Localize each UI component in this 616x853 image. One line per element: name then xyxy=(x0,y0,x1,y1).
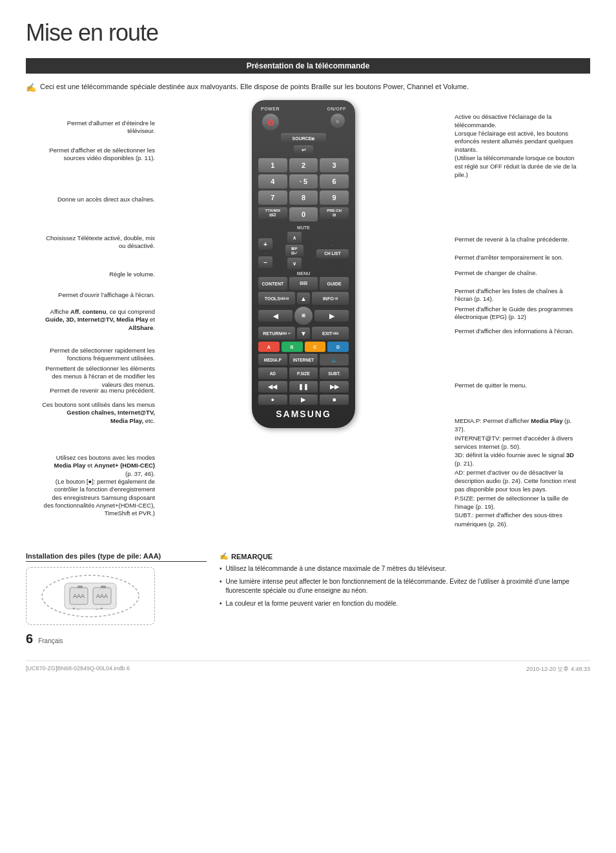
label-color: Ces boutons sont utilisés dans les menus… xyxy=(39,401,155,425)
power-label: POWER xyxy=(261,107,280,111)
label-tools: Permet de sélectionner rapidement les fo… xyxy=(39,347,155,363)
svg-rect-3 xyxy=(77,586,83,588)
color-d-button[interactable]: D xyxy=(327,342,349,352)
fastforward-button[interactable]: ▶▶ xyxy=(320,381,349,393)
vol-down-button[interactable]: – xyxy=(258,256,272,268)
label-backlight: Active ou désactive l'éclairage de la té… xyxy=(455,113,577,180)
num-9-button[interactable]: 9 xyxy=(320,190,349,205)
power-button[interactable] xyxy=(262,114,279,130)
vol-ch-row: · + ·· – ∧ ⊞P⊟✓ ∨ ·· CH LIST xyxy=(258,232,349,269)
label-ttx: Choisissez Télétexte activé, double, mix… xyxy=(39,234,155,251)
label-prev-ch: Permet de revenir à la chaîne précédente… xyxy=(455,236,577,243)
label-info: Permet d'afficher des informations à l'é… xyxy=(455,327,577,335)
left-labels: Permet d'allumer et d'éteindre le télévi… xyxy=(26,100,155,513)
num-7-button[interactable]: 7 xyxy=(258,190,287,205)
braille-note: ✍ Ceci est une télécommande spéciale des… xyxy=(26,83,590,92)
ch-up-button[interactable]: ∧ xyxy=(287,232,302,243)
internet-button[interactable]: INTERNET xyxy=(289,354,318,365)
mute-label: MUTE xyxy=(297,225,310,230)
page-title: Mise en route xyxy=(26,19,590,46)
nav-row: ◀ ⊞ ▶ xyxy=(258,307,349,325)
nav-center-button[interactable]: ⊞ xyxy=(294,307,313,325)
num-0-button[interactable]: 0 xyxy=(289,207,318,221)
record-button[interactable]: ● xyxy=(258,395,287,405)
label-ch-list: Permet d'afficher les listes de chaînes … xyxy=(455,287,577,303)
remote-container: POWER ON/OFF ☼ SOURCE ⊞ ↩ xyxy=(155,100,452,539)
num-8-button[interactable]: 8 xyxy=(289,190,318,205)
mute-row: MUTE xyxy=(258,223,349,231)
source-row: SOURCE ⊞ xyxy=(258,133,349,143)
note-icon: ✍ xyxy=(220,552,229,560)
onoff-label: ON/OFF xyxy=(327,107,346,111)
num-6-button[interactable]: 6 xyxy=(320,174,349,189)
footer-left: [UC870-ZG]BN68-02849Q-00L04.indb 6 xyxy=(26,665,130,673)
transport-row: ◀◀ ❚❚ ▶▶ xyxy=(258,381,349,393)
ad-button[interactable]: AD xyxy=(258,367,287,379)
content-button[interactable]: CONTENT xyxy=(258,277,287,290)
ch-down-button[interactable]: ∨ xyxy=(287,258,302,269)
color-row: A B C D xyxy=(258,342,349,352)
notes-section: ✍ REMARQUE • Utilisez la télécommande à … xyxy=(220,552,590,648)
psize-button[interactable]: P.SIZE xyxy=(289,367,318,379)
svg-text:AAA: AAA xyxy=(96,593,108,599)
onoff-icon: ☼ xyxy=(335,118,340,124)
tv-icon-button[interactable]: 📺 xyxy=(320,354,349,365)
media-row: MEDIA.P INTERNET 📺 xyxy=(258,354,349,365)
return-button[interactable]: RETURN⊟⊟ ↩ xyxy=(258,327,295,340)
num-3-button[interactable]: 3 xyxy=(320,158,349,172)
num-1-button[interactable]: 1 xyxy=(258,158,287,172)
rewind-button[interactable]: ◀◀ xyxy=(258,381,287,393)
vol-col: · + ·· – xyxy=(258,233,272,268)
num-4-button[interactable]: 4 xyxy=(258,174,287,189)
pre-ch-button[interactable]: PRE-CH⊟ xyxy=(320,207,349,219)
label-source: Permet d'afficher et de sélectionner les… xyxy=(39,147,155,163)
label-media-desc: MEDIA.P: Permet d'afficher Media Play (p… xyxy=(455,416,577,528)
label-nav: Permettent de sélectionner les éléments … xyxy=(39,365,155,389)
color-c-button[interactable]: C xyxy=(305,342,326,352)
nav-right-button[interactable]: ▶ xyxy=(314,310,349,322)
right-labels: Active ou désactive l'éclairage de la té… xyxy=(455,100,590,539)
label-mediap-left: Utilisez ces boutons avec les modes Medi… xyxy=(32,454,155,518)
nav-down-button[interactable]: ▼ xyxy=(297,327,310,339)
label-content: Affiche Aff. contenu, ce qui comprendGui… xyxy=(39,308,155,332)
section-header: Présentation de la télécommande xyxy=(26,58,590,74)
source-button[interactable]: SOURCE ⊞ xyxy=(281,133,326,143)
onoff-button[interactable]: ☼ xyxy=(331,114,345,128)
exit-button[interactable]: EXIT-⊟⊟ xyxy=(312,327,349,340)
vol-up-button[interactable]: + xyxy=(258,238,272,250)
tools-row: TOOLS⊟⊟ ⊟ ▲ INFO↑⊟ xyxy=(258,292,349,305)
svg-text:AAA: AAA xyxy=(73,593,85,599)
pause-button[interactable]: ❚❚ xyxy=(289,381,318,393)
guide-button[interactable]: GUIDE xyxy=(320,277,349,290)
subt-button[interactable]: SUBT. xyxy=(320,367,349,379)
page-number: 6 xyxy=(26,632,33,646)
nav-left-button[interactable]: ◀ xyxy=(258,310,293,322)
label-return: Permet de revenir au menu précédent. xyxy=(39,387,155,395)
svg-rect-6 xyxy=(101,586,106,588)
tv-icon: 📺 xyxy=(332,357,337,362)
ttx-button[interactable]: TTX/MIX⊟☑ xyxy=(258,207,287,219)
return-arrow-button[interactable]: ↩ xyxy=(294,145,313,154)
mediap-button[interactable]: MEDIA.P xyxy=(258,354,287,365)
ok-button[interactable]: ⊞P⊟✓ xyxy=(285,245,303,256)
svg-text:+  –: + – xyxy=(72,606,80,611)
menu-center-button[interactable]: ⊟⊟ xyxy=(289,277,318,290)
color-b-button[interactable]: B xyxy=(282,342,303,352)
main-content: Permet d'allumer et d'éteindre le télévi… xyxy=(26,100,590,539)
num-5-button[interactable]: · 5 xyxy=(289,174,318,189)
info-button[interactable]: INFO↑⊟ xyxy=(312,292,349,305)
bottom-section: Installation des piles (type de pile: AA… xyxy=(26,552,590,648)
footer-right: 2010-12-20 오후 4:48:33 xyxy=(526,665,590,673)
color-a-button[interactable]: A xyxy=(258,342,280,352)
center-col: ∧ ⊞P⊟✓ ∨ xyxy=(285,232,303,269)
label-exit: Permet de quitter le menu. xyxy=(455,382,577,389)
nav-up-button[interactable]: ▲ xyxy=(297,293,310,304)
num-2-button[interactable]: 2 xyxy=(289,158,318,172)
label-mute-r: Permet d'arrêter temporairement le son. xyxy=(455,254,577,262)
note-item-1: • Utilisez la télécommande à une distanc… xyxy=(220,564,590,573)
play-button[interactable]: ▶ xyxy=(289,395,318,405)
label-volume: Règle le volume. xyxy=(39,271,155,278)
tools-button[interactable]: TOOLS⊟⊟ ⊟ xyxy=(258,292,295,305)
stop-button[interactable]: ■ xyxy=(320,395,349,405)
ch-list-button[interactable]: CH LIST xyxy=(316,249,349,258)
